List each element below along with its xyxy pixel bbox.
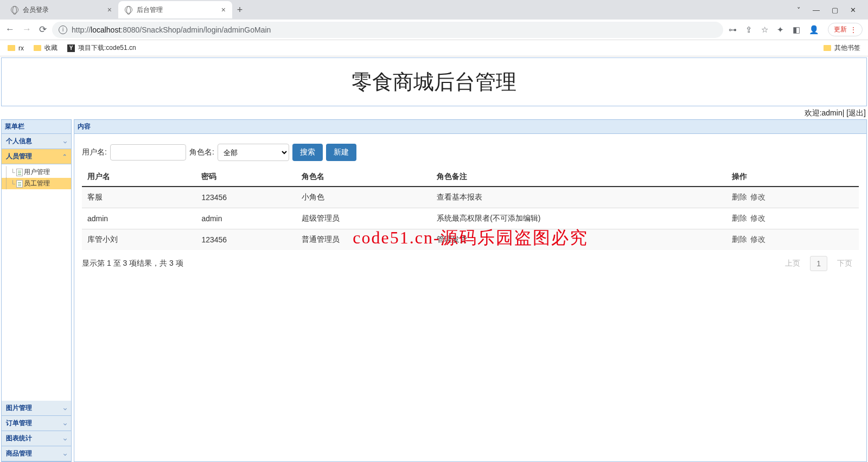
chevron-icon: ⌵ [63,420,67,426]
close-window-icon[interactable]: ✕ [850,6,856,14]
sidebar-item-label: 人员管理 [6,152,32,161]
tree-item-staff-mgmt[interactable]: └ 员工管理 [2,178,71,189]
sidebar-tree: └ 用户管理 └ 员工管理 [2,164,71,191]
new-button[interactable]: 新建 [326,144,356,161]
table-footer: 显示第 1 至 3 项结果，共 3 项 上页 1 下页 [82,255,859,272]
cell-role: 小角色 [296,187,431,208]
update-button[interactable]: 更新 ⋮ [828,23,863,36]
chevron-icon: ⌃ [62,153,67,159]
new-tab-button[interactable]: + [232,2,247,17]
logout-link[interactable]: [退出] [846,108,866,117]
sidebar-item-label: 商品管理 [6,449,32,458]
share-icon[interactable]: ⇪ [745,25,752,35]
search-button[interactable]: 搜索 [292,144,323,161]
sidebar-item-orders[interactable]: 订单管理 ⌵ [2,416,71,431]
key-icon[interactable]: ⊶ [729,25,737,35]
col-ops: 操作 [726,168,859,187]
table-row: 客服123456小角色查看基本报表删除修改 [82,187,859,208]
sidebar-item-personnel[interactable]: 人员管理 ⌃ [2,149,71,164]
app: 零食商城后台管理 欢迎:admin| [退出] 菜单栏 个人信息 ⌵ 人员管理 … [0,56,868,462]
close-icon[interactable]: × [221,5,226,14]
sidebar-item-images[interactable]: 图片管理 ⌵ [2,401,71,416]
edit-link[interactable]: 修改 [750,193,765,201]
bookmark-fav[interactable]: 收藏 [34,43,58,53]
table-summary: 显示第 1 至 3 项结果，共 3 项 [82,259,183,268]
cell-username: 客服 [82,187,196,208]
bookmark-rx[interactable]: rx [8,44,24,52]
delete-link[interactable]: 删除 [732,214,747,222]
chevron-down-icon[interactable]: ˅ [797,6,801,14]
cell-ops: 删除修改 [726,229,859,251]
sidebar-item-profile[interactable]: 个人信息 ⌵ [2,134,71,149]
table-row: 库管小刘123456普通管理员管理发货删除修改 [82,229,859,251]
tree-item-label: 用户管理 [24,168,50,177]
sidebar: 菜单栏 个人信息 ⌵ 人员管理 ⌃ └ 用户管理 [1,119,72,462]
delete-link[interactable]: 删除 [732,235,747,243]
welcome-bar: 欢迎:admin| [退出] [0,107,868,119]
chevron-icon: ⌵ [63,405,67,411]
filter-row: 用户名: 角色名: 全部 搜索 新建 [82,144,859,161]
reload-icon[interactable]: ⟳ [39,24,47,35]
sidebar-title: 菜单栏 [1,119,72,134]
pager: 上页 1 下页 [778,255,859,272]
tab-title: 后台管理 [137,5,163,15]
welcome-prefix: 欢迎: [805,108,822,117]
edit-link[interactable]: 修改 [750,235,765,243]
back-icon[interactable]: ← [5,24,15,35]
bookmark-project[interactable]: Y项目下载:code51.cn [67,43,136,53]
cell-role: 普通管理员 [296,229,431,251]
pager-prev[interactable]: 上页 [778,255,807,272]
sidebar-item-label: 个人信息 [6,137,32,146]
document-icon [16,180,23,188]
username-label: 用户名: [82,147,107,157]
edit-link[interactable]: 修改 [750,214,765,222]
star-icon[interactable]: ☆ [761,25,768,35]
folder-icon [824,45,831,51]
pager-next[interactable]: 下页 [831,255,859,272]
site-info-icon[interactable]: i [59,25,67,34]
tab-admin[interactable]: 后台管理 × [118,1,232,18]
cell-password: 123456 [196,229,296,251]
tree-item-label: 员工管理 [24,179,50,188]
cell-password: 123456 [196,187,296,208]
username-input[interactable] [110,144,186,161]
cell-remark: 管理发货 [431,229,726,251]
url-input[interactable]: i http://localhost:8080/SnackShop/admin/… [52,22,723,38]
sidebar-item-label: 订单管理 [6,419,32,428]
main-panel: 内容 用户名: 角色名: 全部 搜索 新建 用户名 密码 [74,119,867,462]
tab-member-login[interactable]: 会员登录 × [4,1,118,18]
browser-chrome: 会员登录 × 后台管理 × + ˅ — ▢ ✕ ← → ⟳ i http://l… [0,0,868,56]
close-icon[interactable]: × [107,5,112,14]
staff-table: 用户名 密码 角色名 角色备注 操作 客服123456小角色查看基本报表删除修改… [82,168,859,250]
y-icon: Y [67,44,75,52]
app-header: 零食商城后台管理 [1,57,867,106]
role-select[interactable]: 全部 [218,144,289,161]
cell-ops: 删除修改 [726,208,859,229]
sidebar-item-products[interactable]: 商品管理 ⌵ [2,446,71,461]
welcome-user: admin [822,108,843,117]
tab-strip: 会员登录 × 后台管理 × + ˅ — ▢ ✕ [0,0,868,20]
cell-username: admin [82,208,196,229]
maximize-icon[interactable]: ▢ [832,6,838,14]
panel-icon[interactable]: ◧ [793,25,800,35]
cell-password: admin [196,208,296,229]
address-bar: ← → ⟳ i http://localhost:8080/SnackShop/… [0,20,868,40]
col-password: 密码 [196,168,296,187]
forward-icon[interactable]: → [22,24,31,35]
delete-link[interactable]: 删除 [732,193,747,201]
globe-icon [11,6,18,14]
window-controls: ˅ — ▢ ✕ [797,6,864,14]
bookmark-other[interactable]: 其他书签 [824,43,860,53]
sidebar-item-label: 图片管理 [6,403,32,413]
cell-remark: 查看基本报表 [431,187,726,208]
url-text: http://localhost:8080/SnackShop/admin/lo… [72,25,271,34]
chevron-icon: ⌵ [63,451,67,457]
cell-remark: 系统最高权限者(不可添加编辑) [431,208,726,229]
sidebar-item-charts[interactable]: 图表统计 ⌵ [2,431,71,446]
role-label: 角色名: [189,147,214,157]
tree-item-user-mgmt[interactable]: └ 用户管理 [2,166,71,178]
profile-icon[interactable]: 👤 [809,25,819,35]
minimize-icon[interactable]: — [813,6,820,14]
pager-page-1[interactable]: 1 [810,256,827,271]
extensions-icon[interactable]: ✦ [777,25,784,35]
